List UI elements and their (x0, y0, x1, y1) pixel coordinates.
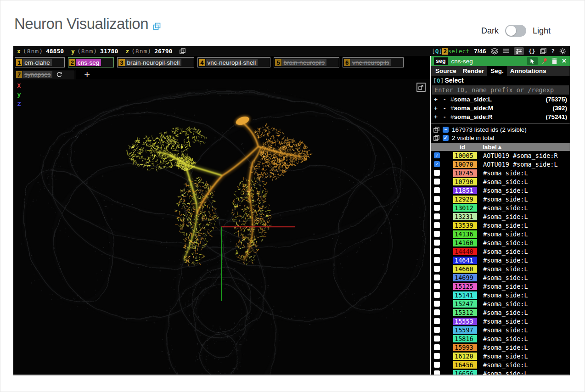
tag-exclude-button[interactable]: - (444, 96, 450, 103)
panel-tab-source[interactable]: Source (432, 66, 460, 76)
segment-row[interactable]: 15247#soma_side:L (431, 299, 570, 308)
segment-row[interactable]: 14699#soma_side:L (431, 273, 570, 282)
segment-visibility-checkbox[interactable] (434, 213, 440, 219)
segment-row[interactable]: 13231#soma_side:L (431, 212, 570, 221)
layer-tab-brain-neuropils[interactable]: 5brain-neuropils (274, 57, 339, 67)
segment-id-chip[interactable]: 15141 (453, 291, 477, 299)
layers-icon[interactable] (491, 48, 498, 55)
panel-tab-annotations[interactable]: Annotations (507, 66, 550, 76)
trash-icon[interactable] (551, 58, 557, 64)
panel-tab-seg[interactable]: Seg. (487, 66, 507, 76)
3d-viewport[interactable]: x y z (13, 79, 430, 375)
segment-id-chip[interactable]: 10005 (453, 152, 477, 159)
segment-row[interactable]: 10745#soma_side:L (431, 168, 570, 177)
segment-id-chip[interactable]: 13539 (453, 222, 477, 229)
segment-row[interactable]: 13012#soma_side:L (431, 203, 570, 212)
segment-row[interactable]: 14136#soma_side:L (431, 230, 570, 238)
dimension-value-y[interactable]: 31780 (100, 48, 118, 55)
layer-tab-brain-neuropil-shell[interactable]: 3brain-neuropil-shell (117, 57, 194, 67)
segment-row[interactable]: 15993#soma_side:L (431, 343, 570, 352)
segment-visibility-checkbox[interactable] (434, 266, 440, 272)
segment-visibility-checkbox[interactable] (434, 257, 440, 263)
segment-id-chip[interactable]: 13012 (453, 204, 477, 212)
add-layer-button[interactable]: + (84, 71, 90, 79)
settings-gear-icon[interactable] (559, 48, 566, 55)
tag-include-button[interactable]: + (434, 96, 444, 103)
layer-tab-em-clahe[interactable]: 1em-clahe (15, 57, 65, 67)
segment-id-chip[interactable]: 16456 (453, 361, 477, 369)
dimension-value-z[interactable]: 26790 (154, 48, 172, 55)
segment-row[interactable]: 15597#soma_side:L (431, 325, 570, 334)
segment-row[interactable]: 14660#soma_side:L (431, 264, 570, 273)
copy-ids-icon[interactable] (433, 135, 439, 141)
segment-id-chip[interactable]: 16656 (453, 370, 477, 375)
segment-visibility-checkbox[interactable] (434, 292, 440, 298)
segment-filter-input[interactable] (432, 85, 569, 95)
segment-visibility-checkbox[interactable]: ✓ (434, 161, 440, 167)
segment-visibility-checkbox[interactable] (434, 205, 440, 211)
segment-id-chip[interactable]: 14660 (453, 265, 477, 273)
segment-row[interactable]: 13539#soma_side:L (431, 221, 570, 230)
segment-visibility-checkbox[interactable] (434, 301, 440, 307)
panel-tab-render[interactable]: Render (460, 66, 488, 76)
segment-id-chip[interactable]: 14641 (453, 257, 477, 264)
segment-visibility-checkbox[interactable] (434, 370, 440, 375)
label-column-header[interactable]: label▲ (483, 144, 503, 151)
theme-switch[interactable] (505, 25, 526, 37)
dimension-value-x[interactable]: 48850 (46, 48, 64, 55)
layer-tab-synapses[interactable]: 7synapses (15, 70, 75, 80)
segment-row[interactable]: 11851#soma_side:L (431, 186, 570, 195)
segment-id-chip[interactable]: 15312 (453, 309, 477, 316)
segment-id-chip[interactable]: 15993 (453, 344, 477, 351)
neuron-scene[interactable] (13, 79, 430, 375)
tag-exclude-button[interactable]: - (444, 113, 450, 120)
segment-row[interactable]: 15125#soma_side:L (431, 282, 570, 291)
segment-visibility-checkbox[interactable] (434, 248, 440, 254)
segment-visibility-checkbox[interactable] (434, 274, 440, 280)
segment-row[interactable]: ✓10005AOTU019 #soma_side:R (431, 151, 570, 160)
segment-id-chip[interactable]: 10070 (453, 161, 477, 168)
segment-visibility-checkbox[interactable] (434, 170, 440, 176)
list-icon[interactable] (503, 48, 509, 54)
segment-row[interactable]: 16456#soma_side:L (431, 360, 570, 369)
segment-visibility-checkbox[interactable] (434, 336, 440, 342)
segment-row[interactable]: 14160#soma_side:L (431, 238, 570, 247)
segment-row[interactable]: 16656#soma_side:L (431, 369, 570, 375)
segment-visibility-checkbox[interactable] (434, 179, 440, 185)
segment-visibility-checkbox[interactable] (434, 196, 440, 202)
tag-include-button[interactable]: + (434, 113, 444, 120)
close-panel-icon[interactable]: × (562, 57, 566, 65)
id-column-header[interactable]: id (460, 144, 465, 151)
summary-checkbox[interactable]: ✓ (443, 135, 449, 141)
segment-visibility-checkbox[interactable] (434, 318, 440, 324)
maximize-panel-icon[interactable] (416, 83, 426, 94)
segment-id-chip[interactable]: 15247 (453, 300, 477, 308)
segment-visibility-checkbox[interactable] (434, 222, 440, 228)
segment-visibility-checkbox[interactable] (434, 240, 440, 246)
summary-checkbox[interactable]: − (443, 127, 449, 133)
segment-id-chip[interactable]: 10745 (453, 169, 477, 177)
segment-id-chip[interactable]: 10790 (453, 178, 477, 185)
json-state-icon[interactable]: {} (529, 48, 536, 55)
segment-id-chip[interactable]: 16120 (453, 353, 477, 360)
layer-tab-cns-seg[interactable]: 2cns-seg (68, 57, 114, 67)
pick-cursor-icon[interactable] (527, 57, 538, 65)
segment-id-chip[interactable]: 14440 (453, 248, 477, 255)
segment-row[interactable]: 15312#soma_side:L (431, 308, 570, 317)
panel-header[interactable]: seg cns-seg × (431, 56, 570, 66)
help-icon[interactable]: ? (551, 48, 555, 55)
segment-id-chip[interactable]: 13231 (453, 213, 477, 220)
theme-switch-knob[interactable] (506, 26, 516, 36)
segment-id-chip[interactable]: 14136 (453, 230, 477, 238)
segment-id-chip[interactable]: 11851 (453, 187, 477, 194)
segment-visibility-checkbox[interactable]: ✓ (434, 152, 440, 158)
segment-table-header[interactable]: id label▲ (431, 143, 570, 151)
segment-row[interactable]: 15816#soma_side:L (431, 334, 570, 343)
copy-coordinates-icon[interactable] (180, 48, 186, 54)
pin-icon[interactable] (541, 58, 548, 64)
segment-visibility-checkbox[interactable] (434, 187, 440, 193)
segment-id-chip[interactable]: 15125 (453, 283, 477, 290)
segment-visibility-checkbox[interactable] (434, 283, 440, 289)
segment-visibility-checkbox[interactable] (434, 327, 440, 333)
segment-row[interactable]: 10790#soma_side:L (431, 177, 570, 186)
